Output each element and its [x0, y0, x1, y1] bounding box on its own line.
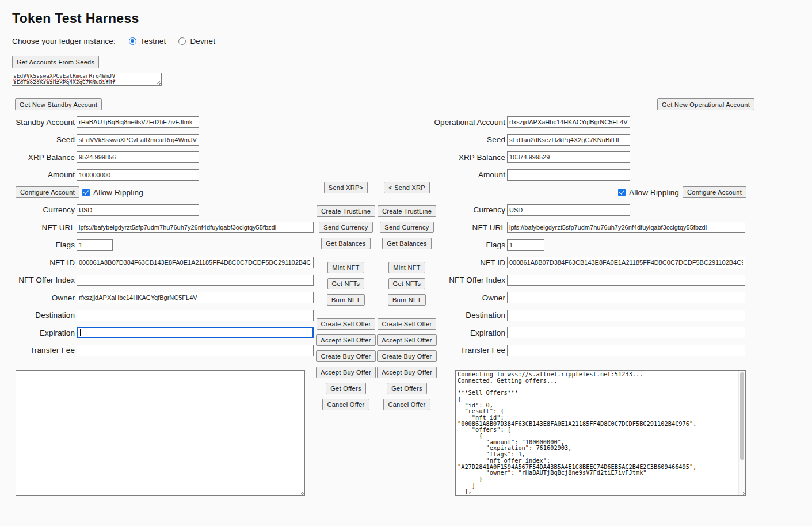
standby-nft-offer-index-input[interactable] — [77, 275, 314, 286]
standby-owner-label: Owner — [11, 294, 75, 302]
standby-nft-offer-index-label: NFT Offer Index — [11, 276, 75, 284]
ledger-instance-row: Choose your ledger instance: Testnet Dev… — [12, 37, 215, 45]
standby-get-balances-button[interactable]: Get Balances — [321, 238, 371, 249]
operational-results-textarea[interactable]: Connecting to wss://s.altnet.rippletest.… — [455, 370, 746, 496]
operational-expiration-input[interactable] — [507, 327, 745, 338]
operational-seed-label: Seed — [426, 135, 505, 144]
operational-currency-label: Currency — [426, 205, 505, 214]
get-accounts-from-seeds-button[interactable]: Get Accounts From Seeds — [12, 56, 99, 68]
operational-get-offers-button[interactable]: Get Offers — [387, 383, 427, 394]
operational-xrp-balance-label: XRP Balance — [426, 153, 505, 162]
operational-allow-rippling-checkbox[interactable] — [618, 189, 626, 196]
operational-account-input[interactable] — [507, 116, 630, 128]
operational-accept-sell-offer-button[interactable]: Accept Sell Offer — [377, 334, 436, 346]
standby-xrp-balance-input[interactable] — [77, 151, 199, 163]
text-caret — [80, 329, 81, 336]
operational-burn-nft-button[interactable]: Burn NFT — [388, 294, 426, 306]
standby-send-xrp-button[interactable]: Send XRP> — [324, 182, 368, 193]
standby-results-resize-handle[interactable] — [298, 489, 304, 495]
standby-configure-account-button[interactable]: Configure Account — [16, 186, 79, 198]
operational-nft-id-label: NFT ID — [426, 258, 505, 267]
testnet-radio[interactable] — [129, 37, 136, 45]
operational-get-balances-button[interactable]: Get Balances — [382, 238, 432, 249]
standby-mint-nft-button[interactable]: Mint NFT — [327, 262, 364, 273]
operational-flags-label: Flags — [426, 241, 505, 249]
standby-actions-column: Send XRP> Create TrustLine Send Currency… — [318, 182, 373, 410]
operational-send-xrp-button[interactable]: < Send XRP — [384, 182, 430, 193]
operational-flags-input[interactable] — [507, 239, 544, 251]
seeds-resize-handle[interactable] — [155, 79, 161, 85]
standby-expiration-label: Expiration — [11, 329, 75, 337]
operational-nft-url-label: NFT URL — [426, 223, 505, 232]
standby-nft-url-label: NFT URL — [11, 223, 75, 232]
get-new-standby-account-button[interactable]: Get New Standby Account — [15, 98, 102, 110]
standby-currency-input[interactable] — [77, 204, 199, 216]
standby-cancel-offer-button[interactable]: Cancel Offer — [322, 399, 369, 410]
standby-account-label: Standby Account — [11, 118, 75, 127]
standby-allow-rippling-label: Allow Rippling — [93, 188, 143, 197]
operational-nft-offer-index-label: NFT Offer Index — [426, 276, 505, 284]
operational-accept-buy-offer-button[interactable]: Accept Buy Offer — [377, 367, 437, 378]
standby-send-currency-button[interactable]: Send Currency — [319, 222, 372, 233]
standby-nft-url-input[interactable] — [77, 222, 314, 233]
standby-results-textarea[interactable] — [16, 370, 305, 496]
operational-amount-input[interactable] — [507, 169, 630, 181]
standby-transfer-fee-label: Transfer Fee — [11, 346, 75, 355]
standby-expiration-input[interactable] — [77, 327, 314, 338]
operational-actions-column: < Send XRP Create TrustLine Send Currenc… — [379, 182, 434, 410]
operational-cancel-offer-button[interactable]: Cancel Offer — [383, 399, 430, 410]
devnet-radio[interactable] — [178, 37, 186, 45]
standby-owner-input[interactable] — [77, 292, 314, 303]
standby-transfer-fee-input[interactable] — [77, 345, 314, 356]
operational-seed-input[interactable] — [507, 134, 630, 146]
standby-xrp-balance-label: XRP Balance — [11, 153, 75, 162]
standby-accept-sell-offer-button[interactable]: Accept Sell Offer — [316, 334, 375, 346]
operational-results-resize-handle[interactable] — [739, 489, 745, 495]
operational-results-text: Connecting to wss://s.altnet.rippletest.… — [456, 371, 738, 495]
standby-nft-id-input[interactable] — [77, 257, 314, 268]
operational-transfer-fee-label: Transfer Fee — [426, 346, 505, 355]
operational-create-trustline-button[interactable]: Create TrustLine — [378, 205, 436, 217]
operational-account-label: Operational Account — [426, 118, 505, 127]
standby-burn-nft-button[interactable]: Burn NFT — [327, 294, 365, 306]
operational-create-sell-offer-button[interactable]: Create Sell Offer — [378, 318, 437, 330]
operational-nft-url-input[interactable] — [507, 222, 745, 233]
operational-nft-offer-index-input[interactable] — [507, 275, 745, 286]
operational-nft-id-input[interactable] — [507, 257, 745, 268]
devnet-radio-label: Devnet — [190, 37, 215, 45]
operational-owner-input[interactable] — [507, 292, 745, 303]
scrollbar-thumb[interactable] — [740, 372, 744, 460]
standby-currency-label: Currency — [11, 205, 75, 214]
standby-amount-label: Amount — [11, 170, 75, 179]
standby-seed-input[interactable] — [77, 134, 199, 146]
standby-destination-input[interactable] — [77, 310, 314, 321]
operational-allow-rippling-label: Allow Rippling — [629, 188, 679, 197]
standby-nft-id-label: NFT ID — [11, 258, 75, 267]
operational-transfer-fee-input[interactable] — [507, 345, 745, 356]
operational-amount-label: Amount — [426, 170, 505, 179]
operational-form: Operational Account Seed XRP Balance Amo… — [426, 116, 746, 362]
operational-mint-nft-button[interactable]: Mint NFT — [388, 262, 425, 273]
operational-xrp-balance-input[interactable] — [507, 151, 630, 163]
operational-configure-account-button[interactable]: Configure Account — [683, 186, 746, 198]
standby-destination-label: Destination — [11, 311, 75, 319]
operational-get-nfts-button[interactable]: Get NFTs — [388, 278, 426, 289]
standby-flags-label: Flags — [11, 241, 75, 249]
get-new-operational-account-button[interactable]: Get New Operational Account — [657, 98, 754, 110]
standby-create-sell-offer-button[interactable]: Create Sell Offer — [317, 318, 376, 330]
operational-results-scrollbar[interactable] — [738, 371, 745, 495]
standby-account-input[interactable] — [77, 116, 199, 128]
standby-get-offers-button[interactable]: Get Offers — [326, 383, 366, 394]
standby-accept-buy-offer-button[interactable]: Accept Buy Offer — [316, 367, 376, 378]
operational-currency-input[interactable] — [507, 204, 630, 216]
standby-flags-input[interactable] — [77, 239, 113, 251]
operational-create-buy-offer-button[interactable]: Create Buy Offer — [377, 350, 436, 362]
standby-create-trustline-button[interactable]: Create TrustLine — [317, 205, 375, 217]
operational-send-currency-button[interactable]: Send Currency — [380, 222, 433, 233]
standby-get-nfts-button[interactable]: Get NFTs — [327, 278, 365, 289]
standby-create-buy-offer-button[interactable]: Create Buy Offer — [316, 350, 375, 362]
operational-destination-input[interactable] — [507, 310, 745, 321]
standby-amount-input[interactable] — [77, 169, 199, 181]
seeds-textarea[interactable]: sEdVVkSsswaXPCvEatRmcarRrq4WmJV sEdTao2d… — [12, 73, 162, 86]
standby-allow-rippling-checkbox[interactable] — [82, 189, 90, 196]
